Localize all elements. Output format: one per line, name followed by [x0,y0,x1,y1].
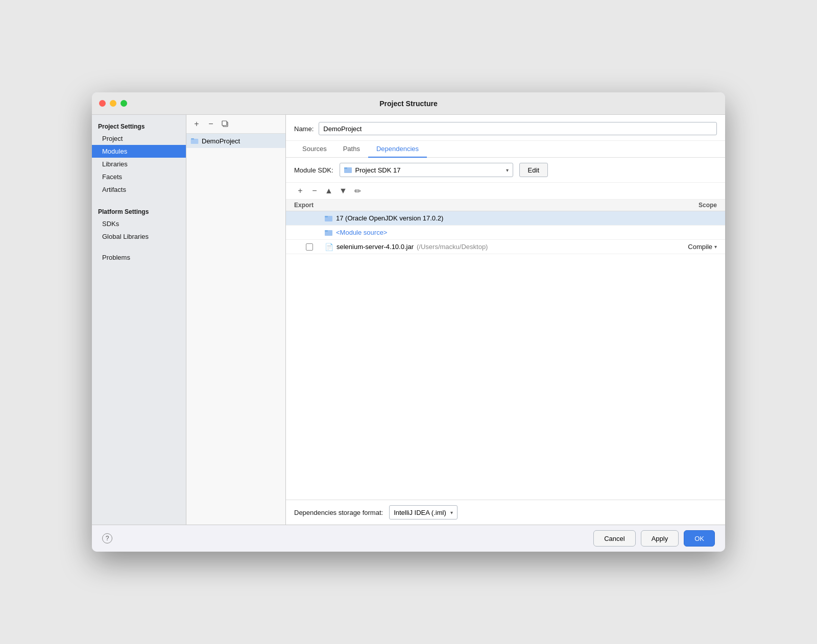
storage-format-dropdown[interactable]: IntelliJ IDEA (.iml) ▾ [389,505,458,519]
remove-module-button[interactable]: − [205,118,217,130]
dep-row-module-source[interactable]: <Module source> [286,226,725,240]
dep-row-jdk[interactable]: 17 (Oracle OpenJDK version 17.0.2) [286,211,725,226]
svg-rect-4 [190,139,199,144]
name-input[interactable] [319,122,717,135]
apply-button[interactable]: Apply [641,530,679,547]
sidebar-item-artifacts[interactable]: Artifacts [92,183,186,196]
project-structure-dialog: Project Structure Project Settings Proje… [92,92,725,552]
sidebar-item-modules[interactable]: Modules [92,145,186,158]
svg-rect-8 [325,216,328,217]
sdk-dropdown-chevron: ▾ [506,167,509,173]
dep-folder-icon [325,215,333,222]
window-controls [99,100,127,107]
dep-jdk-name: 17 (Oracle OpenJDK version 17.0.2) [325,214,666,222]
module-sdk-row: Module SDK: Project SDK 17 ▾ Edit [286,158,725,183]
dep-source-folder-icon [325,229,333,236]
storage-row: Dependencies storage format: IntelliJ ID… [286,500,725,525]
deps-header-export: Export [294,202,325,209]
module-folder-icon [190,137,199,145]
tab-sources[interactable]: Sources [294,141,335,158]
sidebar-item-project[interactable]: Project [92,132,186,145]
dep-selenium-checkbox[interactable] [306,243,313,251]
module-toolbar: + − [186,115,285,134]
dialog-title: Project Structure [379,100,438,108]
deps-header-scope: Scope [666,202,717,209]
module-name: DemoProject [202,137,240,145]
tabs-row: Sources Paths Dependencies [286,141,725,158]
sdk-value: Project SDK 17 [355,166,401,174]
dep-selenium-scope: Compile ▾ [666,243,717,251]
deps-table-header: Export Scope [286,200,725,211]
name-row: Name: [286,115,725,141]
sidebar: Project Settings Project Modules Librari… [92,115,186,525]
move-dep-up-button[interactable]: ▲ [323,185,335,197]
footer-buttons: Cancel Apply OK [593,530,715,547]
dependencies-content: Module SDK: Project SDK 17 ▾ Edit [286,158,725,525]
edit-sdk-button[interactable]: Edit [519,163,548,177]
dep-scope-chevron: ▾ [714,244,717,250]
cancel-button[interactable]: Cancel [593,530,635,547]
platform-settings-section-label: Platform Settings [92,204,186,217]
dialog-footer: ? Cancel Apply OK [92,525,725,552]
sidebar-item-libraries[interactable]: Libraries [92,158,186,170]
tab-dependencies[interactable]: Dependencies [368,141,427,158]
close-button[interactable] [99,100,106,107]
sidebar-item-sdks[interactable]: SDKs [92,217,186,230]
maximize-button[interactable] [121,100,127,107]
sidebar-item-facets[interactable]: Facets [92,170,186,183]
sidebar-item-problems[interactable]: Problems [92,251,186,264]
sidebar-item-global-libraries[interactable]: Global Libraries [92,230,186,243]
deps-toolbar: + − ▲ ▼ ✏ [286,183,725,200]
svg-rect-1 [222,121,227,126]
dep-selenium-path: (/Users/macku/Desktop) [417,243,488,251]
sdk-folder-icon [344,166,352,174]
help-button[interactable]: ? [102,533,112,543]
tab-paths[interactable]: Paths [335,141,368,158]
remove-dep-button[interactable]: − [308,185,321,197]
module-sdk-label: Module SDK: [294,166,333,174]
module-item-demoproj[interactable]: DemoProject [186,134,285,148]
dep-row-selenium[interactable]: 📄 selenium-server-4.10.0.jar (/Users/mac… [286,240,725,254]
project-settings-section-label: Project Settings [92,119,186,132]
name-label: Name: [294,125,314,133]
add-dep-button[interactable]: + [294,185,306,197]
svg-rect-10 [325,230,328,232]
storage-label: Dependencies storage format: [294,509,383,516]
minimize-button[interactable] [110,100,116,107]
dialog-body: Project Settings Project Modules Librari… [92,115,725,525]
edit-dep-button[interactable]: ✏ [351,185,364,197]
ok-button[interactable]: OK [684,530,715,547]
add-module-button[interactable]: + [190,118,203,130]
module-list: DemoProject [186,134,285,525]
deps-list: 17 (Oracle OpenJDK version 17.0.2) < [286,211,725,500]
copy-module-button[interactable] [219,118,231,130]
svg-rect-6 [344,167,347,169]
dep-module-source-name: <Module source> [325,229,666,236]
storage-dropdown-chevron: ▾ [450,510,453,515]
main-content: Name: Sources Paths Dependencies M [286,115,725,525]
move-dep-down-button[interactable]: ▼ [337,185,349,197]
title-bar: Project Structure [92,92,725,115]
sdk-dropdown[interactable]: Project SDK 17 ▾ [340,163,513,177]
module-panel: + − DemoProject [186,115,286,525]
dep-selenium-name: 📄 selenium-server-4.10.0.jar (/Users/mac… [325,243,666,251]
